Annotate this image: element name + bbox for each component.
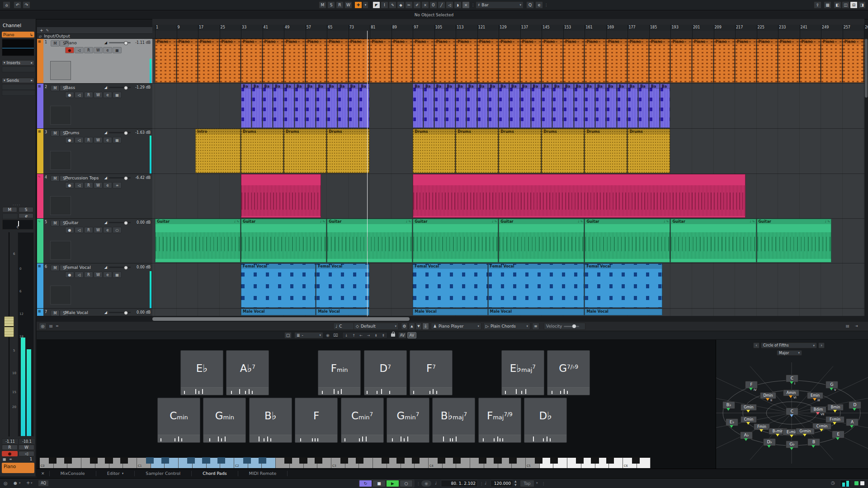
nudge-arrow-icon[interactable]: ⇞ — [382, 333, 385, 338]
velocity-control[interactable]: Velocity — [544, 323, 585, 330]
track-mute-button[interactable]: M — [51, 175, 60, 182]
clip-piano[interactable]: Piano — [477, 39, 499, 83]
clip-piano[interactable]: Piano — [714, 39, 735, 83]
right-zone-toggle[interactable]: ◨ — [858, 1, 866, 9]
clip-ba[interactable]: Ba — [617, 84, 627, 128]
clip-piano[interactable]: Piano — [649, 39, 670, 83]
cycle-button[interactable]: ↻ — [359, 480, 372, 487]
track-volume-slider[interactable] — [109, 42, 131, 43]
clip-ba[interactable]: Ba — [531, 84, 542, 128]
clip-piano[interactable]: Piano — [413, 39, 434, 83]
channel-tab[interactable]: Channel — [3, 23, 21, 28]
track-lane[interactable] — [152, 174, 864, 219]
transpose-down-button[interactable]: ▼ — [415, 323, 422, 330]
chord-pad-d7[interactable]: D7 — [364, 350, 407, 395]
black-key[interactable] — [479, 457, 486, 464]
track-mute-button[interactable]: M — [51, 265, 60, 271]
chord-pad-a7[interactable]: A♭7 — [226, 350, 269, 395]
track-write-button[interactable]: W — [94, 227, 103, 233]
clip-ba[interactable]: Ba — [434, 84, 445, 128]
clip-guitar[interactable]: Guitar♩ ∿ — [327, 219, 412, 263]
stop-button[interactable]: ■ — [373, 480, 386, 487]
position-note-icon[interactable]: ♩ — [435, 481, 437, 485]
clip-drums[interactable]: Drums — [499, 129, 541, 173]
chord-pads-power-button[interactable]: ◎ — [39, 323, 47, 330]
clip-guitar[interactable]: Guitar♩ ∿ — [585, 219, 670, 263]
vertical-scrollbar-handle[interactable] — [865, 39, 868, 98]
chord-pad-bmaj7[interactable]: B♭maj7 — [432, 398, 475, 443]
track-header-drums[interactable]: ▦3MSDrums◢-1.63 dB●◁RWe▦ — [37, 129, 152, 174]
clip-ba[interactable]: Ba — [467, 84, 477, 128]
tab-chord-pads[interactable]: Chord Pads — [192, 469, 237, 478]
nudge-arrow-icon[interactable]: ← — [359, 333, 363, 338]
black-key[interactable] — [217, 457, 225, 464]
black-key[interactable] — [105, 457, 113, 464]
solo-all-button[interactable]: S — [327, 1, 335, 9]
clip-drums[interactable]: Drums — [542, 129, 584, 173]
nudge-arrow-icon[interactable]: ↓ — [345, 333, 348, 338]
track-read-button[interactable]: R — [84, 92, 93, 98]
track-header-piano[interactable]: ▦1MSPiano◢-1.11 dB●◁RWe▦ — [37, 39, 152, 84]
track-edit-button[interactable]: e — [103, 272, 112, 278]
track-volume-slider[interactable] — [109, 222, 131, 223]
record-chords-icon[interactable]: ◉ — [326, 333, 330, 338]
clip-ba[interactable]: Ba — [241, 84, 251, 128]
lock-icon[interactable] — [391, 333, 395, 337]
clip-male-vocal[interactable]: Male Vocal — [488, 309, 585, 315]
track-volume-slider[interactable] — [109, 87, 131, 88]
clip-piano[interactable]: Piano — [327, 39, 348, 83]
channel-track-name[interactable]: Piano ↳ — [2, 32, 34, 38]
volume-knob[interactable] — [124, 311, 128, 315]
close-icon[interactable]: ✕ — [37, 471, 49, 476]
crosshair-icon[interactable]: + — [26, 480, 30, 485]
metronome-click-icon[interactable]: ◎ — [4, 481, 8, 486]
clip-piano[interactable]: Piano — [692, 39, 713, 83]
tap-tempo-button[interactable]: Tap — [520, 480, 534, 487]
clip-femal-vocal[interactable]: Femal Vocal — [413, 263, 487, 308]
position-display[interactable]: 80. 1. 2.102 — [441, 480, 478, 487]
channel-read-button[interactable]: R — [2, 445, 18, 450]
clip-piano[interactable]: Piano — [843, 39, 864, 83]
play-tool[interactable]: ◁ — [446, 1, 453, 9]
clip-guitar[interactable]: Guitar♩ ∿ — [413, 219, 498, 263]
track-edit-button[interactable]: e — [103, 47, 112, 53]
clip-ba[interactable]: Ba — [660, 84, 670, 128]
clip-piano[interactable]: Piano — [563, 39, 585, 83]
tempo-icon[interactable]: ♩ — [485, 481, 486, 485]
transport-options-dots[interactable]: ⋮ — [416, 482, 420, 486]
track-instrument-button[interactable]: ∞ — [113, 182, 122, 188]
clip-piano[interactable]: Piano — [735, 39, 756, 83]
play-button[interactable]: ▶ — [386, 480, 399, 487]
volume-knob[interactable] — [124, 266, 128, 270]
clip-ba[interactable]: Ba — [542, 84, 552, 128]
clip-ba[interactable]: Ba — [424, 84, 434, 128]
black-key[interactable] — [550, 457, 558, 464]
clip-male-vocal[interactable]: Male Vocal — [316, 309, 369, 315]
clip-drums[interactable]: Drums — [585, 129, 627, 173]
track-write-button[interactable]: W — [94, 182, 103, 188]
black-key[interactable] — [284, 457, 292, 464]
track-volume-slider[interactable] — [109, 267, 131, 268]
clip-piano[interactable]: Piano — [284, 39, 305, 83]
clip-audio[interactable] — [241, 174, 321, 218]
clip-ba[interactable]: Ba — [252, 84, 262, 128]
clip-intro[interactable]: Intro — [195, 129, 241, 173]
clip-piano[interactable]: Piano — [349, 39, 370, 83]
clip-ba[interactable]: Ba — [499, 84, 509, 128]
clip-audio[interactable] — [413, 174, 745, 218]
channel-solo-button[interactable]: S — [19, 207, 33, 212]
chord-pad-cmin[interactable]: Cmin — [157, 398, 200, 443]
object-selection-tool[interactable]: ◤ — [373, 1, 380, 9]
black-key[interactable] — [412, 457, 420, 464]
track-volume-slider[interactable] — [109, 132, 131, 133]
export-button[interactable]: ⇪ — [814, 1, 821, 9]
track-picture-box[interactable] — [50, 241, 71, 260]
arrange-area[interactable]: PianoPianoPianoPianoPianoPianoPianoPiano… — [152, 39, 864, 316]
track-edit-button[interactable]: e — [103, 137, 112, 143]
chevron-down-icon[interactable]: ▾ — [536, 481, 538, 485]
chord-pad-b[interactable]: B♭ — [249, 398, 292, 443]
clip-ba[interactable]: Ba — [445, 84, 456, 128]
track-header-percussion-tops[interactable]: ∿4MSPercussion Tops◢-6.42 dB●◁RWe∞ — [37, 174, 152, 219]
clip-piano[interactable]: Piano — [627, 39, 649, 83]
save-preset-button[interactable]: ⇩ — [422, 323, 429, 330]
